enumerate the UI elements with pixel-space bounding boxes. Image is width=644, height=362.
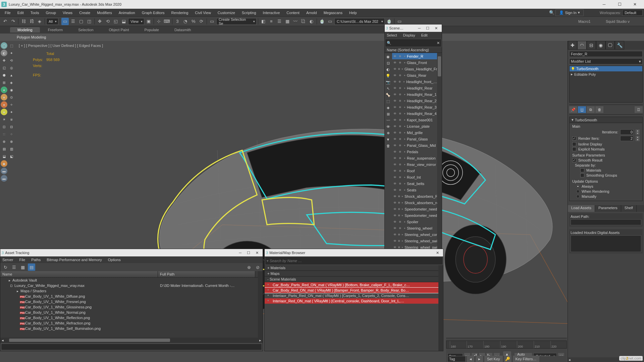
maximize-button[interactable]: ☐ [612, 0, 627, 9]
toggle-ribbon-icon[interactable]: ▦ [284, 18, 291, 25]
scene-item[interactable]: 👁❄▸Headlight_Rear_2 [392, 98, 437, 104]
menu-file[interactable]: File [1, 9, 14, 16]
left-tool-icon[interactable]: ◉ [8, 86, 15, 93]
material-section[interactable]: - Scene Materials [265, 277, 438, 282]
se-filter-icon[interactable]: ↖ [385, 85, 391, 92]
se-menu-edit[interactable]: Edit [421, 33, 428, 37]
se-filter-icon[interactable]: 👁 [385, 124, 391, 130]
se-menu-select[interactable]: Select [387, 33, 397, 37]
left-tool-icon[interactable]: ⟲ [8, 57, 15, 64]
menu-arnold[interactable]: Arnold [303, 9, 320, 16]
display-tab[interactable]: 🖵 [605, 41, 615, 50]
asset-path-field[interactable] [571, 219, 641, 225]
spinner-snap-icon[interactable]: ⟳ [198, 18, 205, 25]
render-iters-field[interactable]: 2 [620, 136, 634, 141]
menu-create[interactable]: Create [76, 9, 94, 16]
show-end-result-icon[interactable]: ∐ [578, 106, 586, 113]
material-vscroll[interactable] [438, 265, 443, 351]
menu-help[interactable]: Help [346, 9, 360, 16]
isoline-check[interactable] [572, 142, 576, 146]
create-tab[interactable]: ✚ [568, 41, 577, 50]
menu-civil-view[interactable]: Civil View [192, 9, 214, 16]
asset-col-header[interactable]: Full Path [158, 271, 255, 277]
asset-row[interactable]: PNGCar_Body_UV_1_White_Reflection.png [0, 315, 258, 320]
ribbon-tab-datasmith[interactable]: Datasmith [167, 27, 199, 33]
pin-stack-icon[interactable]: 📌 [569, 106, 577, 113]
scene-item[interactable]: 👁❄▸Headlight_Rear_1 [392, 91, 437, 98]
move-icon[interactable]: ✥ [96, 18, 103, 25]
asset-tool-icon[interactable]: ⊘ [254, 263, 261, 271]
se-filter-icon[interactable]: 💡 [385, 73, 391, 79]
material-search-field[interactable]: ▾ Search by Name … [265, 257, 442, 264]
left-tool-icon[interactable]: ⊗ [8, 138, 15, 145]
close-button[interactable]: ✕ [432, 26, 440, 31]
asset-row[interactable]: PNGCar_Body_UV_1_White_Diffuse.png [0, 294, 258, 299]
left-tool-icon[interactable]: ⊡ [1, 123, 7, 130]
select-rect-icon[interactable]: ▢ [77, 18, 85, 25]
utilities-tab[interactable]: 🔧 [615, 41, 624, 50]
scene-item[interactable]: 👁❄▸License_plate [392, 123, 437, 129]
modifier-stack[interactable]: 💡TurboSmooth ▸Editable Poly [569, 66, 643, 103]
window-crossing-icon[interactable]: ◫ [86, 18, 93, 25]
menu-tools[interactable]: Tools [27, 9, 43, 16]
minimize-button[interactable]: ─ [415, 26, 423, 30]
ribbon-tab-populate[interactable]: Populate [137, 27, 166, 33]
left-tool-icon[interactable]: ⬚ [8, 42, 15, 49]
viewport-label[interactable]: [ + ] [ Perspective ] [ User Defined ] [… [19, 44, 103, 48]
subtab-shelf[interactable]: Shelf [621, 205, 637, 212]
modify-tab[interactable]: ◠ [577, 41, 587, 50]
manipulate-icon[interactable]: ⊹ [155, 18, 163, 25]
stack-item-editable-poly[interactable]: ▸Editable Poly [570, 71, 642, 77]
spinner-down-icon[interactable]: ▼ [636, 138, 640, 141]
menu-customize[interactable]: Customize [214, 9, 238, 16]
asset-vscroll[interactable] [258, 271, 263, 338]
render-path-combo[interactable]: C:\Users\St…ds Max 202 [334, 18, 385, 25]
rollout-turbosmooth-header[interactable]: ▾ TurboSmooth [569, 117, 643, 123]
next-key-icon[interactable]: ▸ [476, 356, 483, 362]
spinner-up-icon[interactable]: ▲ [636, 129, 640, 132]
scale-icon[interactable]: ◱ [112, 18, 119, 25]
smooth-result-check[interactable]: ✓ [572, 158, 576, 162]
asset-tool-icon[interactable]: ▦ [19, 263, 26, 271]
scene-item[interactable]: 👁❄▸Steering_wheel_con [392, 231, 437, 238]
unlink-icon[interactable]: ⛓̸ [28, 18, 35, 25]
asset-tool-icon[interactable]: ▤ [28, 263, 35, 271]
spinner-down-icon[interactable]: ▼ [636, 132, 640, 135]
left-tool-icon[interactable]: ● [1, 86, 7, 93]
asset-tool-icon[interactable]: ⊕ [245, 263, 253, 271]
spinner-up-icon[interactable]: ▲ [636, 136, 640, 138]
update-always-radio[interactable] [576, 185, 580, 188]
left-tool-icon[interactable]: ✦ [8, 109, 15, 115]
se-filter-icon[interactable]: ◐ [385, 66, 391, 72]
left-tool-icon[interactable]: ◈ [8, 79, 15, 86]
ribbon-tab-selection[interactable]: Selection [71, 27, 101, 33]
material-editor-icon[interactable]: ◐ [308, 18, 315, 25]
asset-row[interactable]: PNGCar_Body_UV_1_White_Refraction.png [0, 320, 258, 326]
snap-toggle-icon[interactable]: 3 [174, 18, 181, 25]
menu-animation[interactable]: Animation [115, 9, 139, 16]
keyboard-shortcut-icon[interactable]: ⌨ [163, 18, 171, 25]
se-filter-icon[interactable]: ⊞ [385, 111, 391, 117]
make-unique-icon[interactable]: ⧉ [587, 106, 595, 113]
asset-menu-options[interactable]: Options [108, 258, 121, 262]
left-tool-icon[interactable]: ☀ [1, 116, 7, 123]
left-tool-icon[interactable]: ● [1, 94, 7, 101]
sep-smoothing-check[interactable] [580, 173, 584, 177]
key-icon[interactable]: 🔑 [504, 356, 512, 362]
material-item[interactable]: Car_Body_Parts_Red_ON_mat ( VRayMtl ) [B… [265, 282, 438, 288]
angle-snap-icon[interactable]: ◔ [182, 18, 189, 25]
left-tool-icon[interactable]: ▬ [1, 168, 7, 174]
menu-interactive[interactable]: Interactive [260, 9, 283, 16]
panel-scroll-left-icon[interactable]: ◂ [569, 358, 571, 362]
left-tool-icon[interactable]: ⊞ [1, 79, 7, 86]
close-button[interactable]: ✕ [253, 251, 261, 255]
se-filter-icon[interactable]: 〰 [385, 117, 391, 123]
iterations-field[interactable]: 0 [620, 129, 634, 135]
menu-rendering[interactable]: Rendering [168, 9, 192, 16]
scene-item[interactable]: 👁❄▸Steering_wheel_swi [392, 238, 437, 244]
left-tool-icon[interactable]: ◎ [8, 64, 15, 71]
redo-icon[interactable]: ↷ [9, 18, 17, 25]
schematic-view-icon[interactable]: ⿻ [300, 18, 307, 25]
time-slider[interactable]: 160170180190200210220 [446, 338, 567, 351]
se-filter-icon[interactable]: ◈ [385, 105, 391, 111]
